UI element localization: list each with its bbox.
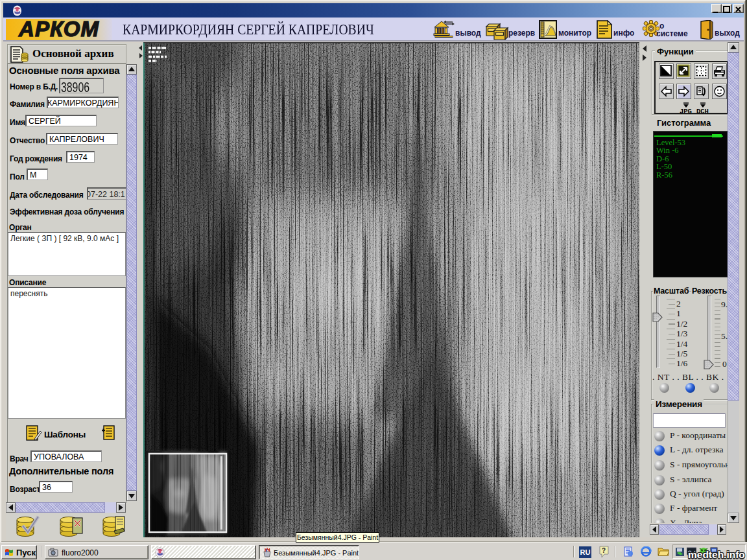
svg-text:?: ? bbox=[602, 547, 606, 554]
